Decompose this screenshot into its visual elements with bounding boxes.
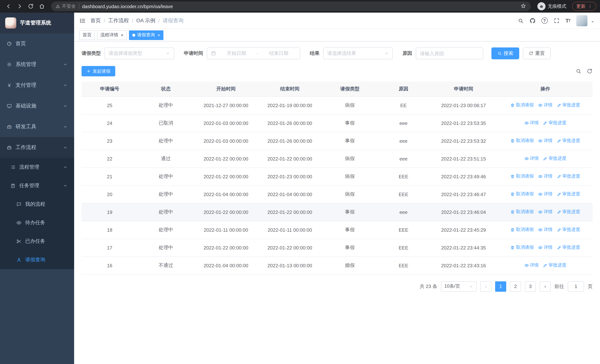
- detail-link[interactable]: 详情: [538, 209, 553, 215]
- breadcrumb-item-workflow[interactable]: 工作流程: [108, 17, 129, 24]
- sidebar-item-home[interactable]: 首页: [0, 33, 74, 54]
- eye-icon: [524, 121, 529, 125]
- edit-icon: [557, 228, 561, 232]
- sidebar-item-leave-query[interactable]: 请假查询: [0, 251, 74, 269]
- progress-link[interactable]: 审批进度: [557, 227, 580, 233]
- create-leave-button[interactable]: 发起请假: [82, 66, 115, 76]
- browser-forward-button[interactable]: [15, 1, 24, 11]
- refresh-table-icon[interactable]: [587, 68, 593, 74]
- tag-home[interactable]: 首页: [79, 30, 95, 40]
- progress-link[interactable]: 审批进度: [557, 102, 580, 108]
- edit-icon: [543, 121, 547, 125]
- breadcrumb-item-home[interactable]: 首页: [90, 17, 101, 24]
- page-button-2[interactable]: 2: [510, 281, 521, 291]
- cancel-leave-link[interactable]: 取消请假: [510, 209, 534, 215]
- result-select[interactable]: 请选择流结果: [323, 47, 393, 59]
- cell-leave-type: 事假: [322, 132, 378, 150]
- tag-leave-query[interactable]: 请假查询 ×: [129, 30, 163, 40]
- toggle-search-icon[interactable]: [576, 68, 581, 74]
- page-content: 请假类型 请选择请假类型 申请时间 开始日期 - 结束日期 结果 请选择流: [74, 42, 600, 364]
- detail-link[interactable]: 详情: [524, 120, 539, 126]
- goto-page-input[interactable]: [568, 281, 584, 291]
- progress-link[interactable]: 审批进度: [543, 120, 566, 126]
- browser-update-button[interactable]: 更新: [572, 2, 596, 11]
- progress-link[interactable]: 审批进度: [543, 262, 566, 269]
- edit-icon: [557, 139, 561, 143]
- progress-link[interactable]: 审批进度: [557, 191, 580, 197]
- cancel-leave-link[interactable]: 取消请假: [510, 102, 534, 108]
- detail-link[interactable]: 详情: [538, 244, 553, 251]
- progress-link[interactable]: 审批进度: [557, 244, 580, 251]
- font-size-icon[interactable]: TT: [565, 18, 570, 24]
- page-size-select[interactable]: 10条/页: [441, 281, 477, 291]
- tag-process-detail[interactable]: 流程详情 ×: [97, 30, 127, 40]
- detail-link[interactable]: 详情: [538, 138, 553, 144]
- incognito-badge[interactable]: 无痕模式: [537, 2, 566, 10]
- bookmark-star-icon[interactable]: [520, 3, 526, 10]
- browser-reload-button[interactable]: [26, 1, 36, 11]
- sidebar-item-workflow[interactable]: 工作流程: [0, 137, 74, 158]
- page-button-1[interactable]: 1: [495, 281, 506, 291]
- sidebar-item-done-tasks[interactable]: 已办任务: [0, 232, 74, 251]
- progress-link[interactable]: 审批进度: [557, 209, 580, 215]
- sidebar-item-system[interactable]: 系统管理: [0, 54, 74, 75]
- incognito-label: 无痕模式: [548, 3, 566, 9]
- detail-link[interactable]: 详情: [538, 102, 553, 108]
- page-button-3[interactable]: 3: [525, 281, 536, 291]
- sidebar-logo[interactable]: 芋道管理系统: [0, 13, 74, 33]
- prev-page-button[interactable]: ‹: [480, 281, 491, 291]
- sidebar-item-infra[interactable]: 基础设施: [0, 96, 74, 116]
- table-row: 22 通过 2022-01-22 00:00:00 2022-01-22 00:…: [82, 150, 593, 168]
- sidebar-item-process-mgmt[interactable]: 流程管理: [0, 158, 74, 177]
- trash-icon: [510, 228, 515, 232]
- github-icon[interactable]: [529, 18, 535, 24]
- cancel-leave-link[interactable]: 取消请假: [510, 138, 534, 144]
- close-icon[interactable]: ×: [158, 33, 160, 37]
- sidebar-fold-button[interactable]: [79, 17, 86, 24]
- address-bar[interactable]: 不安全 dashboard.yudao.iocoder.cn/bpm/oa/le…: [51, 1, 531, 11]
- sidebar-item-payment[interactable]: ¥ 支付管理: [0, 75, 74, 96]
- progress-label: 审批进度: [548, 120, 566, 126]
- progress-link[interactable]: 审批进度: [543, 156, 566, 162]
- browser-back-button[interactable]: [4, 1, 13, 11]
- detail-link[interactable]: 详情: [524, 156, 539, 162]
- detail-link[interactable]: 详情: [538, 173, 553, 180]
- reason-input[interactable]: [416, 47, 483, 59]
- help-icon[interactable]: ?: [541, 18, 548, 24]
- cell-apply-id: 17: [82, 239, 138, 257]
- detail-link[interactable]: 详情: [524, 262, 539, 269]
- breadcrumb-item-oa[interactable]: OA 示例: [136, 17, 155, 24]
- cell-leave-type: 事假: [322, 114, 378, 132]
- header-search-icon[interactable]: [517, 18, 524, 24]
- progress-link[interactable]: 审批进度: [557, 138, 580, 144]
- table-row: 18 处理中 2022-01-11 00:00:00 2022-01-11 00…: [82, 221, 593, 239]
- sidebar-item-devtools[interactable]: 研发工具: [0, 116, 74, 137]
- chevron-down-icon: [63, 165, 67, 169]
- search-button[interactable]: 搜索: [491, 47, 519, 59]
- sidebar-item-task-mgmt[interactable]: 任务管理: [0, 177, 74, 195]
- fullscreen-icon[interactable]: [553, 18, 559, 24]
- browser-home-button[interactable]: [37, 1, 47, 11]
- cell-end-time: 2022-01-23 00:00:00: [258, 168, 322, 185]
- detail-link[interactable]: 详情: [538, 227, 553, 233]
- apply-time-range-picker[interactable]: 开始日期 - 结束日期: [207, 47, 300, 59]
- next-page-button[interactable]: ›: [540, 281, 551, 291]
- cell-start-time: 2022-01-22 00:00:00: [194, 168, 258, 185]
- cancel-leave-link[interactable]: 取消请假: [510, 173, 534, 180]
- sidebar-item-todo-tasks[interactable]: 待办任务: [0, 214, 74, 232]
- progress-link[interactable]: 审批进度: [557, 173, 580, 180]
- cancel-leave-link[interactable]: 取消请假: [510, 227, 534, 233]
- close-icon[interactable]: ×: [121, 33, 123, 37]
- edit-icon: [557, 174, 561, 179]
- cancel-leave-link[interactable]: 取消请假: [510, 244, 534, 251]
- reset-button[interactable]: 重置: [523, 47, 551, 59]
- leave-type-select[interactable]: 请选择请假类型: [104, 47, 174, 59]
- cell-actions: 取消请假 详情 审批进度: [498, 185, 593, 203]
- user-avatar[interactable]: [576, 15, 587, 26]
- cell-leave-type: 病假: [322, 96, 378, 114]
- cancel-leave-link[interactable]: 取消请假: [510, 191, 534, 197]
- detail-link[interactable]: 详情: [538, 191, 553, 197]
- cell-start-time: 2022-01-04 00:00:00: [194, 185, 258, 203]
- sidebar-item-my-process[interactable]: 我的流程: [0, 195, 74, 214]
- security-indicator[interactable]: 不安全: [56, 3, 76, 9]
